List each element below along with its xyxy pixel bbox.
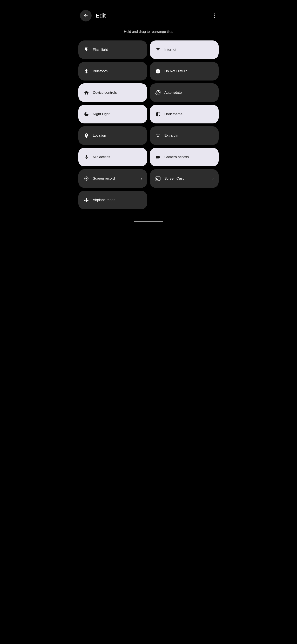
device-controls-icon [83,90,89,95]
tile-internet[interactable]: Internet [150,40,219,59]
tile-device-controls[interactable]: Device controls [78,84,147,102]
bluetooth-icon [83,68,89,74]
page-title: Edit [96,12,213,19]
screen-record-label: Screen record [93,176,138,180]
location-icon [83,133,89,138]
tile-flashlight[interactable]: Flashlight [78,40,147,59]
dnd-label: Do Not Disturb [164,69,214,73]
tile-auto-rotate[interactable]: Auto-rotate [150,84,219,102]
dark-theme-label: Dark theme [164,112,214,116]
mic-access-label: Mic access [93,155,142,159]
screen-cast-icon [155,176,161,181]
tile-camera-access[interactable]: Camera access [150,148,219,166]
airplane-mode-label: Airplane mode [93,198,142,202]
tile-dnd[interactable]: Do Not Disturb [150,62,219,80]
home-indicator [74,218,223,227]
tile-night-light[interactable]: Night Light [78,105,147,124]
airplane-mode-icon [83,197,89,203]
tile-airplane-mode[interactable]: Airplane mode [78,191,147,209]
tile-dark-theme[interactable]: Dark theme [150,105,219,124]
night-light-label: Night Light [93,112,142,116]
screen-record-arrow-icon: › [141,176,142,181]
header: Edit [74,0,223,26]
mic-icon [83,154,89,160]
tile-location[interactable]: Location [78,126,147,145]
screen-cast-label: Screen Cast [164,176,209,180]
auto-rotate-icon [155,90,161,95]
night-light-icon [83,112,89,117]
camera-icon [155,154,161,160]
flashlight-icon [83,47,89,52]
internet-icon [155,47,161,52]
tile-extra-dim[interactable]: Extra dim [150,126,219,145]
screen-cast-arrow-icon: › [212,176,214,181]
internet-label: Internet [164,48,214,52]
screen-record-icon [83,176,89,181]
bluetooth-label: Bluetooth [93,69,142,73]
svg-point-1 [86,178,87,180]
dark-theme-icon [155,112,161,117]
extra-dim-icon [155,133,161,138]
extra-dim-label: Extra dim [164,134,214,138]
tiles-grid: Flashlight Internet Bluetooth Do Not Dis… [74,40,223,218]
flashlight-label: Flashlight [93,48,142,52]
dnd-icon [155,68,161,74]
subtitle-text: Hold and drag to rearrange tiles [74,26,223,40]
device-controls-label: Device controls [93,90,142,95]
tile-screen-record[interactable]: Screen record › [78,169,147,188]
back-button[interactable] [80,10,92,22]
home-bar [134,221,163,222]
more-options-button[interactable] [213,12,217,20]
tile-screen-cast[interactable]: Screen Cast › [150,169,219,188]
auto-rotate-label: Auto-rotate [164,90,214,95]
more-dots-icon [214,14,215,18]
camera-access-label: Camera access [164,155,214,159]
location-label: Location [93,134,142,138]
tile-mic-access[interactable]: Mic access [78,148,147,166]
tile-bluetooth[interactable]: Bluetooth [78,62,147,80]
